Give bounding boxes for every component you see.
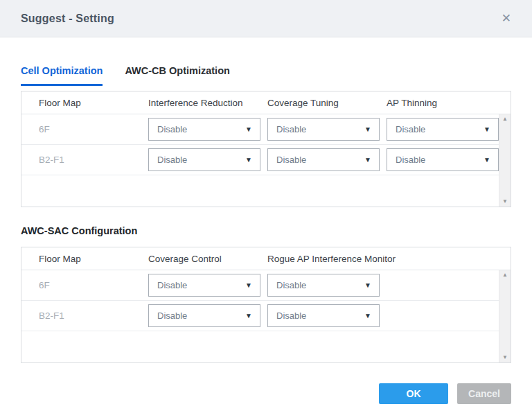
cell-optimization-table-header: Floor Map Interference Reduction Coverag… bbox=[21, 91, 511, 114]
table-row: 6F Disable ▼ Disable ▼ bbox=[21, 270, 511, 301]
chevron-down-icon: ▼ bbox=[364, 157, 371, 164]
column-header-floor-map: Floor Map bbox=[21, 98, 148, 108]
scroll-up-icon[interactable]: ▲ bbox=[502, 272, 508, 278]
coverage-control-select-6f[interactable]: Disable ▼ bbox=[148, 274, 260, 297]
table-row: 6F Disable ▼ Disable ▼ bbox=[21, 114, 511, 145]
coverage-tuning-select-6f[interactable]: Disable ▼ bbox=[267, 118, 380, 141]
dropdown-value: Disable bbox=[276, 310, 306, 321]
column-header-interference-reduction: Interference Reduction bbox=[148, 98, 267, 108]
cancel-button[interactable]: Cancel bbox=[457, 383, 511, 404]
column-header-ap-thinning: AP Thinning bbox=[387, 98, 506, 108]
table-row: B2-F1 Disable ▼ Disable ▼ bbox=[21, 301, 511, 331]
dropdown-value: Disable bbox=[396, 124, 425, 134]
ok-button[interactable]: OK bbox=[379, 383, 448, 404]
awc-sac-configuration-heading: AWC-SAC Configuration bbox=[21, 225, 511, 236]
dialog-title: Suggest - Setting bbox=[21, 12, 114, 25]
chevron-down-icon: ▼ bbox=[484, 157, 490, 164]
close-icon[interactable]: ✕ bbox=[502, 12, 511, 24]
chevron-down-icon: ▼ bbox=[364, 126, 371, 133]
chevron-down-icon: ▼ bbox=[245, 126, 252, 133]
dropdown-value: Disable bbox=[157, 155, 187, 165]
dropdown-value: Disable bbox=[396, 155, 425, 165]
cell-optimization-table: Floor Map Interference Reduction Coverag… bbox=[21, 91, 511, 207]
column-header-floor-map: Floor Map bbox=[21, 254, 148, 264]
rogue-ap-monitor-select-b2f1[interactable]: Disable ▼ bbox=[267, 304, 380, 327]
rogue-ap-monitor-select-6f[interactable]: Disable ▼ bbox=[267, 274, 380, 297]
awc-sac-configuration-table: Floor Map Coverage Control Rogue AP Inte… bbox=[21, 247, 511, 363]
dialog-content: Cell Optimization AWC-CB Optimization Fl… bbox=[0, 65, 532, 363]
tab-cell-optimization[interactable]: Cell Optimization bbox=[21, 65, 103, 86]
floor-map-label: 6F bbox=[21, 124, 148, 134]
chevron-down-icon: ▼ bbox=[245, 313, 252, 320]
dropdown-value: Disable bbox=[157, 310, 187, 321]
scroll-down-icon[interactable]: ▼ bbox=[502, 199, 508, 204]
coverage-control-select-b2f1[interactable]: Disable ▼ bbox=[148, 304, 260, 327]
dropdown-value: Disable bbox=[276, 124, 306, 134]
chevron-down-icon: ▼ bbox=[364, 313, 371, 320]
tab-awc-cb-optimization[interactable]: AWC-CB Optimization bbox=[125, 65, 229, 86]
awc-sac-table-header: Floor Map Coverage Control Rogue AP Inte… bbox=[21, 247, 511, 270]
chevron-down-icon: ▼ bbox=[245, 157, 252, 164]
chevron-down-icon: ▼ bbox=[484, 126, 490, 133]
column-header-coverage-tuning: Coverage Tuning bbox=[267, 98, 387, 108]
column-header-rogue-ap-interference-monitor: Rogue AP Interference Monitor bbox=[267, 254, 475, 264]
chevron-down-icon: ▼ bbox=[364, 282, 371, 289]
floor-map-label: B2-F1 bbox=[21, 310, 148, 321]
chevron-down-icon: ▼ bbox=[245, 282, 252, 289]
dropdown-value: Disable bbox=[157, 280, 187, 290]
coverage-tuning-select-b2f1[interactable]: Disable ▼ bbox=[267, 148, 380, 171]
awc-sac-table-body: 6F Disable ▼ Disable ▼ bbox=[21, 270, 511, 362]
column-header-coverage-control: Coverage Control bbox=[148, 254, 267, 264]
cell-optimization-table-body: 6F Disable ▼ Disable ▼ bbox=[21, 114, 511, 207]
dialog-header: Suggest - Setting ✕ bbox=[0, 0, 532, 37]
scroll-up-icon[interactable]: ▲ bbox=[502, 116, 508, 122]
ap-thinning-select-6f[interactable]: Disable ▼ bbox=[387, 118, 499, 141]
floor-map-label: 6F bbox=[21, 280, 148, 290]
ap-thinning-select-b2f1[interactable]: Disable ▼ bbox=[387, 148, 499, 171]
suggest-setting-dialog: Suggest - Setting ✕ Cell Optimization AW… bbox=[0, 0, 532, 420]
interference-reduction-select-b2f1[interactable]: Disable ▼ bbox=[148, 148, 260, 171]
scroll-down-icon[interactable]: ▼ bbox=[502, 355, 508, 360]
dropdown-value: Disable bbox=[276, 280, 306, 290]
table-row: B2-F1 Disable ▼ Disable ▼ bbox=[21, 145, 511, 175]
vertical-scrollbar[interactable]: ▲ ▼ bbox=[499, 114, 511, 207]
vertical-scrollbar[interactable]: ▲ ▼ bbox=[499, 270, 511, 362]
dialog-footer: OK Cancel bbox=[379, 383, 511, 404]
tab-bar: Cell Optimization AWC-CB Optimization bbox=[21, 65, 511, 86]
interference-reduction-select-6f[interactable]: Disable ▼ bbox=[148, 118, 260, 141]
dropdown-value: Disable bbox=[157, 124, 187, 134]
floor-map-label: B2-F1 bbox=[21, 155, 148, 165]
dropdown-value: Disable bbox=[276, 155, 306, 165]
